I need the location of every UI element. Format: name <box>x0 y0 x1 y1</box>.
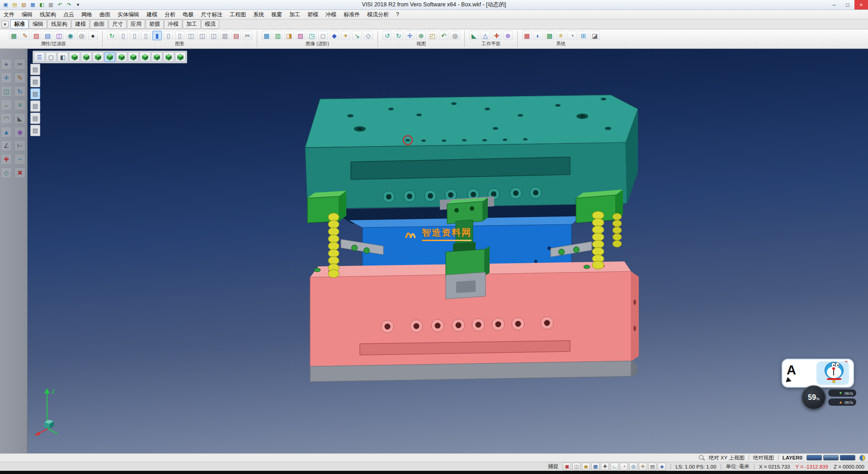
fillet-icon[interactable]: ◠ <box>1 113 12 124</box>
iso-view-cube-10[interactable] <box>175 52 186 62</box>
menu-item-12[interactable]: 工程图 <box>226 10 250 19</box>
texture-icon[interactable]: ◨ <box>284 31 294 40</box>
workplane-move-icon[interactable]: ✚ <box>492 31 501 40</box>
dimension-icon[interactable]: ⊢ <box>14 140 25 151</box>
section-view-icon[interactable]: ◳ <box>307 31 316 40</box>
page-cut-icon[interactable]: ✂ <box>243 31 252 40</box>
import-icon[interactable]: ▧ <box>20 1 28 9</box>
menu-item-17[interactable]: 冲模 <box>322 10 340 19</box>
measure-icon[interactable]: ∠ <box>1 140 12 151</box>
iso-view-cube-1[interactable] <box>69 52 80 62</box>
clipboard-slot-4[interactable]: ▤ <box>30 100 40 112</box>
unblank-entities-icon[interactable]: ● <box>88 31 98 40</box>
tab-10[interactable]: 加工 <box>183 19 201 29</box>
menu-item-6[interactable]: 曲面 <box>96 10 114 19</box>
clipboard-slot-3[interactable]: ▤ <box>30 88 40 100</box>
light-icon[interactable]: ✦ <box>341 31 350 40</box>
rotate-view-icon[interactable]: ↺ <box>382 31 392 40</box>
guide-block-left[interactable] <box>307 191 346 223</box>
globe-status-icon[interactable] <box>859 455 865 461</box>
clipboard-slot-1[interactable]: ▤ <box>30 64 40 75</box>
tab-overflow-button[interactable]: ▾ <box>1 21 9 28</box>
wireframe-icon[interactable]: ▢ <box>46 52 57 62</box>
menu-item-4[interactable]: 点云 <box>60 10 78 19</box>
clock-icon[interactable]: ◔ <box>567 31 577 40</box>
clipboard-slot-2[interactable]: ▤ <box>30 76 40 87</box>
curve-icon[interactable]: ~ <box>14 154 25 165</box>
shading-mode-icon[interactable]: ▮ <box>152 31 162 40</box>
menu-item-19[interactable]: 模流分析 <box>363 10 392 19</box>
menu-item-8[interactable]: 建模 <box>143 10 161 19</box>
iso-view-cube-9[interactable] <box>163 52 174 62</box>
pan-view-icon[interactable]: ✛ <box>405 31 415 40</box>
dynamic-view-icon[interactable]: ◎ <box>450 31 460 40</box>
move-icon[interactable]: ✛ <box>1 72 12 83</box>
blank-entities-icon[interactable]: ◎ <box>77 31 86 40</box>
view-lock-label[interactable]: 绝对 XY 上视图 <box>709 455 745 461</box>
grid-settings-icon[interactable]: ▩ <box>545 31 554 40</box>
ortho-icon[interactable]: ∟ <box>610 463 618 471</box>
snap-midpoint-icon[interactable]: ◫ <box>572 463 580 471</box>
zoom-image-icon[interactable]: ↘ <box>352 31 362 40</box>
zoom-window-icon[interactable]: ◰ <box>428 31 437 40</box>
page-icon-1[interactable]: ▯ <box>118 31 128 40</box>
attribute-edit-icon[interactable]: ✎ <box>20 31 30 40</box>
iso-view-cube-4[interactable] <box>104 52 115 62</box>
tab-8[interactable]: 塑膜 <box>146 19 164 29</box>
menu-item-10[interactable]: 电极 <box>179 10 197 19</box>
menu-item-15[interactable]: 加工 <box>286 10 304 19</box>
maximize-button[interactable]: □ <box>841 0 854 9</box>
close-button[interactable]: × <box>854 0 868 9</box>
extrude-icon[interactable]: ▲ <box>1 127 12 137</box>
iso-view-cube-5[interactable] <box>116 52 127 62</box>
iso-view-cube-7[interactable] <box>140 52 151 62</box>
pages-icon-2[interactable]: ◫ <box>198 31 207 40</box>
save-icon[interactable]: ▦ <box>29 1 37 9</box>
previous-view-icon[interactable]: ↶ <box>439 31 448 40</box>
pages-icon-3[interactable]: ◫ <box>209 31 218 40</box>
workplane-align-icon[interactable]: △ <box>481 31 490 40</box>
spin-view-icon[interactable]: ↻ <box>394 31 403 40</box>
spring-left[interactable] <box>328 213 339 278</box>
redo-icon[interactable]: ↷ <box>65 1 73 9</box>
transparency-icon[interactable]: ◻ <box>318 31 328 40</box>
preferences-icon[interactable]: ◪ <box>590 31 599 40</box>
shaded-icon[interactable]: ◧ <box>57 52 68 62</box>
color-palette-icon[interactable]: ▦ <box>522 31 532 40</box>
net-speed-widget[interactable]: 59 % ▼ 0K/s ▲ 0K/s <box>802 385 856 410</box>
quick-access-dropdown-icon[interactable]: ▾ <box>74 1 82 9</box>
viewport-3d[interactable]: Z ☰▢◧ ▤▤▤▤▤▤ 智造资料网 <box>28 49 868 453</box>
menu-item-1[interactable]: 文件 <box>0 10 18 19</box>
view-mode-label[interactable]: 绝对视图 <box>753 455 774 461</box>
visibility-icon[interactable]: ◉ <box>66 31 75 40</box>
select-icon[interactable]: ⌖ <box>1 59 12 70</box>
layer-bar-2[interactable] <box>823 455 839 460</box>
layer-bar-3[interactable] <box>840 455 855 460</box>
menu-item-2[interactable]: 编辑 <box>18 10 36 19</box>
tab-5[interactable]: 曲面 <box>90 19 108 29</box>
offset-icon[interactable]: ≡ <box>14 100 25 110</box>
page-icon-5[interactable]: ▯ <box>175 31 184 40</box>
snap-intersection-icon[interactable]: ✚ <box>601 463 609 471</box>
menu-item-11[interactable]: 尺寸标注 <box>197 10 226 19</box>
workplane-quick-icon[interactable]: ◧ <box>38 1 46 9</box>
active-layer-label[interactable]: LAYER0 <box>783 455 802 460</box>
search-icon[interactable] <box>698 455 705 461</box>
tab-4[interactable]: 建模 <box>71 19 90 29</box>
zoom-extents-icon[interactable]: ⊕ <box>416 31 426 40</box>
page-icon-4[interactable]: ▯ <box>164 31 173 40</box>
menu-item-20[interactable]: ? <box>392 10 403 19</box>
open-file-icon[interactable]: ▤ <box>11 1 19 9</box>
spring-right[interactable] <box>592 211 604 269</box>
tab-9[interactable]: 冲模 <box>164 19 182 29</box>
undo-icon[interactable]: ↶ <box>56 1 64 9</box>
rotate-icon[interactable]: ↻ <box>14 86 25 97</box>
mirror-icon[interactable]: ◫ <box>1 86 12 97</box>
delete-icon[interactable]: ✖ <box>14 167 25 178</box>
speed-percent-badge[interactable]: 59 % <box>802 385 826 410</box>
display-list-icon[interactable]: ☰ <box>34 52 45 62</box>
menu-item-3[interactable]: 线架构 <box>36 10 60 19</box>
filter-color-icon[interactable]: ▨ <box>32 31 41 40</box>
page-icon-3[interactable]: ▯ <box>141 31 151 40</box>
clipboard-slot-6[interactable]: ▤ <box>30 125 40 136</box>
